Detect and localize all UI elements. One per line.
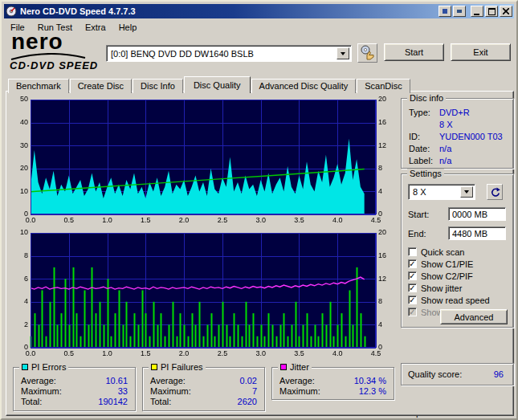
pi-errors-total-row: Total:190142: [14, 396, 135, 406]
pi-errors-title: PI Errors: [31, 362, 66, 372]
show-read-speed-checkbox: ✓: [408, 296, 417, 304]
disc-date-row: Date:n/a: [402, 143, 513, 155]
pi-errors-chart: [10, 95, 397, 226]
disc-label-row: Label:n/a: [402, 155, 513, 167]
disc-info-group: Disc info Type:DVD+R 8 X ID:YUDEN000 T03…: [401, 98, 514, 169]
drive-selector-value: [0:0] BENQ DVD DD DW1640 BSLB: [107, 48, 335, 59]
scan-speed-selector[interactable]: 8 X: [408, 184, 475, 200]
jitter-title: Jitter: [290, 362, 309, 372]
scan-speed-value: 8 X: [409, 186, 459, 198]
minimize-button[interactable]: [471, 6, 483, 17]
window-extra-button-2[interactable]: [453, 6, 466, 17]
menu-help[interactable]: Help: [112, 21, 144, 34]
end-position-label: End:: [408, 229, 426, 239]
extra-icon-2: [456, 8, 463, 14]
disc-id-row: ID:YUDEN000 T03: [402, 131, 513, 143]
window-title: Nero CD-DVD Speed 4.7.7.3: [20, 6, 136, 16]
show-c1-pie-checkbox: ✓: [408, 259, 417, 268]
disc-type-row: Type:DVD+R: [402, 107, 513, 119]
title-bar: Nero CD-DVD Speed 4.7.7.3: [4, 4, 514, 18]
jitter-legend-chip: [280, 364, 287, 370]
refresh-speed-button[interactable]: [487, 184, 503, 200]
tab-benchmark[interactable]: Benchmark: [8, 79, 69, 93]
checkbox-quick-scan[interactable]: Quick scan: [408, 247, 464, 257]
quick-scan-checkbox: [408, 247, 417, 256]
checkbox-show-c1-pie[interactable]: ✓ Show C1/PIE: [408, 259, 473, 269]
pi-failures-jitter-chart: [10, 228, 397, 360]
start-position-label: Start:: [408, 210, 429, 219]
menu-extra[interactable]: Extra: [79, 21, 112, 34]
pi-failures-average-row: Average:0.02: [143, 375, 264, 385]
show-write-speed-checkbox: ✓: [408, 308, 417, 316]
pi-failures-total-row: Total:2620: [143, 396, 264, 406]
tab-disc-info[interactable]: Disc Info: [133, 79, 183, 93]
tab-strip: Benchmark Create Disc Disc Info Disc Qua…: [8, 76, 411, 92]
pi-errors-maximum-row: Maximum:33: [14, 385, 135, 396]
refresh-icon: [490, 187, 500, 198]
settings-title: Settings: [410, 169, 442, 178]
disc-speed-row: 8 X: [402, 119, 513, 131]
start-button[interactable]: Start: [384, 43, 444, 61]
advanced-button[interactable]: Advanced: [440, 309, 508, 324]
drive-selector[interactable]: [0:0] BENQ DVD DD DW1640 BSLB: [106, 45, 352, 62]
jitter-average-row: Average:10.34 %: [272, 375, 394, 385]
disc-hand-button[interactable]: [357, 43, 377, 63]
extra-icon-1: [442, 8, 448, 14]
pi-errors-group: PI Errors Average:10.61 Maximum:33 Total…: [13, 367, 136, 411]
pi-failures-title: PI Failures: [161, 362, 203, 372]
maximize-icon: [488, 8, 496, 15]
quality-score-group: Quality score: 96: [401, 363, 514, 385]
chevron-down-icon: [464, 190, 469, 194]
nero-logo: nero: [11, 29, 63, 55]
maximize-button[interactable]: [485, 6, 498, 17]
checkbox-show-jitter[interactable]: ✓ Show jitter: [408, 283, 462, 293]
pi-failures-maximum-row: Maximum:7: [143, 385, 264, 396]
window-extra-button-1[interactable]: [438, 6, 451, 17]
scan-speed-dropdown-button[interactable]: [460, 186, 473, 198]
disc-info-title: Disc info: [410, 93, 443, 103]
app-icon: [6, 6, 17, 17]
app-window: Nero CD-DVD Speed 4.7.7.3 File Run Test …: [0, 0, 518, 420]
exit-button[interactable]: Exit: [451, 43, 511, 61]
show-c2-pif-checkbox: ✓: [408, 271, 417, 280]
quality-score-value: 96: [494, 369, 504, 379]
pi-errors-average-row: Average:10.61: [14, 375, 135, 385]
start-position-field[interactable]: [448, 207, 506, 221]
tab-create-disc[interactable]: Create Disc: [70, 79, 132, 93]
quality-score-label: Quality score:: [408, 369, 462, 379]
jitter-maximum-row: Maximum:12.3 %: [272, 385, 394, 396]
hand-disc-icon: [360, 45, 376, 61]
window-controls: [438, 6, 512, 17]
menu-bar: File Run Test Extra Help: [4, 20, 514, 34]
jitter-group: Jitter Average:10.34 % Maximum:12.3 %: [271, 367, 394, 400]
pi-failures-group: PI Failures Average:0.02 Maximum:7 Total…: [142, 367, 265, 411]
close-button[interactable]: [500, 6, 512, 17]
show-jitter-checkbox: ✓: [408, 283, 417, 292]
minimize-icon: [474, 8, 480, 15]
drive-selector-dropdown-button[interactable]: [336, 47, 349, 59]
chevron-down-icon: [341, 52, 345, 55]
tab-disc-quality[interactable]: Disc Quality: [184, 76, 251, 93]
checkbox-show-c2-pif[interactable]: ✓ Show C2/PIF: [408, 271, 473, 281]
tab-scandisc[interactable]: ScanDisc: [357, 79, 410, 93]
tab-advanced-disc-quality[interactable]: Advanced Disc Quality: [251, 79, 357, 93]
end-position-field[interactable]: [448, 226, 506, 240]
pi-errors-legend-chip: [22, 364, 28, 370]
logo-subtitle: CD·DVD SPEED: [10, 59, 98, 71]
checkbox-show-read-speed[interactable]: ✓ Show read speed: [408, 295, 490, 305]
settings-group: Settings 8 X Start: End: Quick scan ✓ Sh…: [401, 173, 514, 328]
close-icon: [503, 8, 509, 14]
pi-failures-legend-chip: [151, 364, 157, 370]
